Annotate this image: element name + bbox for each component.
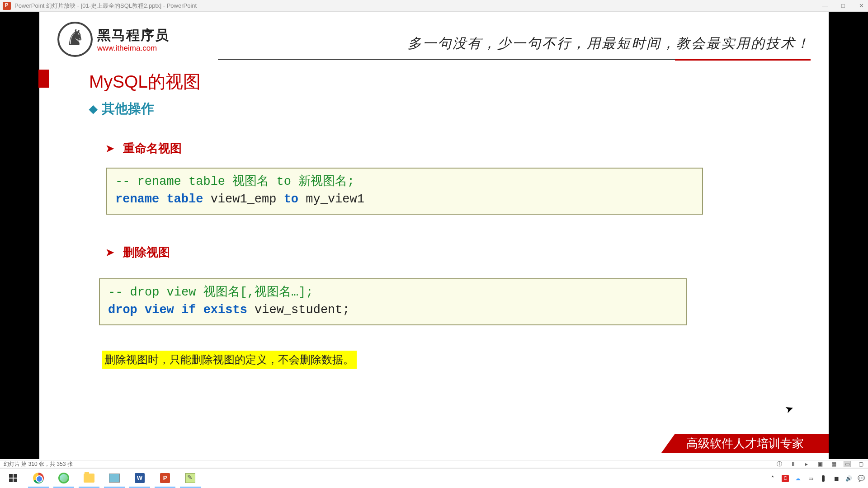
reading-view-icon[interactable]: ▭	[844, 461, 851, 467]
maximize-button[interactable]: □	[839, 2, 847, 9]
code-keyword: to	[284, 192, 298, 206]
start-button[interactable]	[3, 469, 24, 488]
svg-rect-1	[14, 474, 17, 478]
side-accent	[38, 70, 49, 88]
code-text: my_view1	[298, 192, 364, 206]
pause-icon[interactable]: ⏸	[789, 461, 797, 467]
taskbar-image-viewer[interactable]	[104, 469, 125, 488]
svg-rect-2	[9, 479, 13, 482]
slide-header: 黑马程序员 www.itheima.com 多一句没有，少一句不行，用最短时间，…	[57, 24, 811, 65]
word-icon: W	[135, 473, 145, 483]
footer-banner: 高级软件人才培训专家	[661, 434, 829, 453]
tray-overflow-icon[interactable]	[769, 475, 777, 482]
chevron-icon: ➤	[106, 247, 114, 258]
taskbar-powerpoint[interactable]: P	[155, 469, 175, 488]
slide: 黑马程序员 www.itheima.com 多一句没有，少一句不行，用最短时间，…	[39, 12, 829, 459]
window-titlebar: PowerPoint 幻灯片放映 - [01-史上最全的SQL教程2.pptx]…	[0, 0, 868, 12]
slideshow-stage: 黑马程序员 www.itheima.com 多一句没有，少一句不行，用最短时间，…	[0, 12, 868, 459]
slide-counter: 幻灯片 第 310 张，共 353 张	[4, 460, 73, 468]
slide-title: MySQL的视图	[89, 70, 201, 94]
section-drop-label: 删除视图	[123, 244, 170, 260]
tray-notifications-icon[interactable]	[857, 475, 865, 482]
code-block-drop: -- drop view 视图名[,视图名…]; drop view if ex…	[99, 278, 687, 325]
tray-display-icon[interactable]	[807, 475, 815, 482]
logo-url: www.itheima.com	[97, 44, 170, 53]
editor-icon	[185, 473, 195, 483]
taskbar-chrome[interactable]	[28, 469, 49, 488]
brand-logo: 黑马程序员 www.itheima.com	[57, 22, 170, 57]
image-icon	[109, 474, 120, 483]
code-text: view_student;	[247, 303, 350, 317]
section-rename-label: 重命名视图	[123, 141, 182, 156]
taskbar-apps: W P	[3, 469, 201, 488]
play-icon[interactable]: ▸	[803, 461, 810, 467]
svg-rect-0	[9, 474, 13, 478]
normal-view-icon[interactable]: ▣	[816, 461, 824, 467]
close-button[interactable]: ✕	[857, 2, 865, 9]
code-text: view1_emp	[203, 192, 283, 206]
taskbar-360browser[interactable]	[53, 469, 74, 488]
slogan-text: 多一句没有，少一句不行，用最短时间，教会最实用的技术！	[408, 34, 811, 53]
code-keyword: drop view if exists	[108, 303, 247, 317]
chevron-icon: ➤	[106, 143, 114, 155]
section-drop: ➤ 删除视图	[106, 244, 170, 260]
minimize-button[interactable]: —	[821, 2, 829, 9]
taskbar-editor[interactable]	[180, 469, 201, 488]
code-comment: -- drop view 视图名[,视图名…];	[108, 286, 313, 299]
tray-volume-icon[interactable]	[844, 475, 853, 482]
diamond-icon: ◆	[89, 103, 97, 115]
taskbar-explorer[interactable]	[79, 469, 99, 488]
subtitle-text: 其他操作	[102, 100, 154, 118]
svg-rect-3	[14, 479, 17, 482]
powerpoint-app-icon	[3, 2, 11, 10]
statusbar: 幻灯片 第 310 张，共 353 张 ⓘ ⏸ ▸ ▣ ▦ ▭ ▢	[0, 460, 868, 468]
statusbar-view-controls: ⓘ ⏸ ▸ ▣ ▦ ▭ ▢	[776, 461, 864, 467]
highlighted-note: 删除视图时，只能删除视图的定义，不会删除数据。	[102, 351, 357, 369]
taskbar-word[interactable]: W	[129, 469, 150, 488]
code-comment: -- rename table 视图名 to 新视图名;	[115, 175, 354, 188]
info-icon[interactable]: ⓘ	[776, 461, 783, 467]
window-controls: — □ ✕	[821, 2, 865, 9]
tray-battery-icon[interactable]	[832, 475, 840, 482]
powerpoint-icon: P	[160, 473, 170, 483]
window-title: PowerPoint 幻灯片放映 - [01-史上最全的SQL教程2.pptx]…	[14, 2, 197, 10]
tray-cloud-icon[interactable]	[794, 475, 802, 482]
chrome-icon	[33, 473, 44, 483]
system-tray: C	[769, 475, 865, 482]
header-divider-accent	[675, 59, 811, 61]
tray-security-icon[interactable]: C	[781, 475, 789, 482]
logo-icon	[57, 22, 93, 57]
tray-mic-icon[interactable]	[819, 475, 827, 482]
slide-subtitle: ◆ 其他操作	[89, 100, 154, 118]
browser360-icon	[58, 473, 69, 483]
slideshow-view-icon[interactable]: ▢	[857, 461, 864, 467]
folder-icon	[84, 474, 94, 483]
logo-text-cn: 黑马程序员	[97, 26, 170, 45]
code-keyword: rename table	[115, 192, 203, 206]
sorter-view-icon[interactable]: ▦	[830, 461, 837, 467]
taskbar: W P C	[0, 468, 868, 488]
code-block-rename: -- rename table 视图名 to 新视图名; rename tabl…	[106, 168, 703, 215]
section-rename: ➤ 重命名视图	[106, 141, 182, 156]
